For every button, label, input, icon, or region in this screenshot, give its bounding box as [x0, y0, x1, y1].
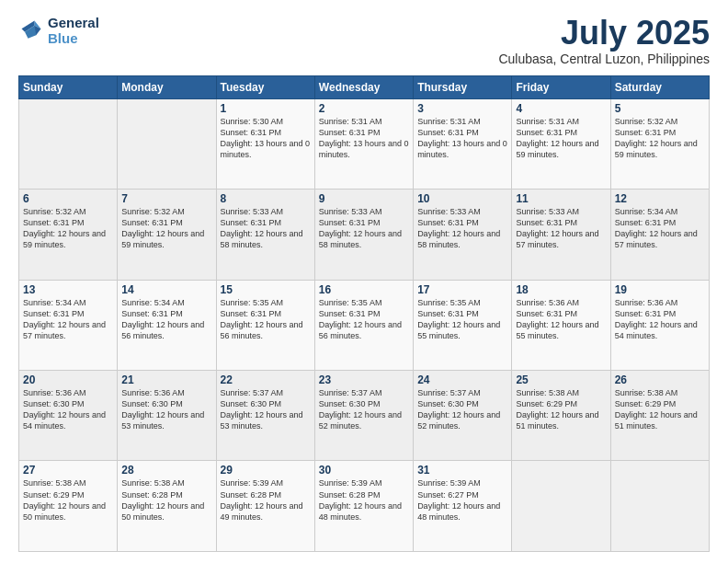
day-number: 30: [319, 464, 409, 477]
day-info: Sunrise: 5:36 AMSunset: 6:30 PMDaylight:…: [23, 387, 113, 432]
day-info: Sunrise: 5:37 AMSunset: 6:30 PMDaylight:…: [221, 387, 311, 432]
weekday-header-monday: Monday: [118, 75, 216, 98]
day-info: Sunrise: 5:33 AMSunset: 6:31 PMDaylight:…: [417, 206, 507, 251]
weekday-header-friday: Friday: [512, 75, 610, 98]
day-number: 17: [417, 283, 507, 296]
calendar-cell: 31Sunrise: 5:39 AMSunset: 6:27 PMDayligh…: [414, 461, 512, 552]
day-number: 19: [615, 283, 705, 296]
calendar-cell: 7Sunrise: 5:32 AMSunset: 6:31 PMDaylight…: [118, 190, 216, 280]
day-number: 9: [319, 192, 409, 205]
day-number: 7: [121, 192, 211, 205]
day-info: Sunrise: 5:36 AMSunset: 6:30 PMDaylight:…: [121, 387, 211, 432]
day-number: 3: [417, 102, 507, 115]
day-info: Sunrise: 5:39 AMSunset: 6:28 PMDaylight:…: [221, 477, 311, 523]
calendar-cell: 8Sunrise: 5:33 AMSunset: 6:31 PMDaylight…: [216, 190, 314, 280]
day-number: 5: [615, 102, 705, 115]
calendar-cell: [19, 98, 118, 189]
calendar-cell: 12Sunrise: 5:34 AMSunset: 6:31 PMDayligh…: [610, 190, 709, 280]
week-row-4: 20Sunrise: 5:36 AMSunset: 6:30 PMDayligh…: [19, 371, 710, 461]
day-number: 22: [221, 373, 311, 386]
day-number: 13: [23, 283, 113, 296]
day-number: 20: [23, 373, 113, 386]
calendar-cell: 24Sunrise: 5:37 AMSunset: 6:30 PMDayligh…: [414, 371, 512, 461]
day-number: 16: [319, 283, 409, 296]
calendar-cell: [118, 98, 216, 189]
calendar-cell: 10Sunrise: 5:33 AMSunset: 6:31 PMDayligh…: [414, 190, 512, 280]
subtitle: Culubasa, Central Luzon, Philippines: [498, 52, 710, 66]
day-info: Sunrise: 5:36 AMSunset: 6:31 PMDaylight:…: [615, 297, 705, 342]
day-info: Sunrise: 5:39 AMSunset: 6:27 PMDaylight:…: [417, 477, 507, 523]
calendar-cell: 5Sunrise: 5:32 AMSunset: 6:31 PMDaylight…: [610, 98, 709, 189]
weekday-header-row: SundayMondayTuesdayWednesdayThursdayFrid…: [19, 75, 710, 98]
logo-text: General Blue: [48, 15, 99, 47]
day-number: 4: [516, 102, 606, 115]
calendar-cell: 3Sunrise: 5:31 AMSunset: 6:31 PMDaylight…: [414, 98, 512, 189]
week-row-5: 27Sunrise: 5:38 AMSunset: 6:29 PMDayligh…: [19, 461, 710, 552]
week-row-1: 1Sunrise: 5:30 AMSunset: 6:31 PMDaylight…: [19, 98, 710, 189]
main-title: July 2025: [498, 15, 710, 52]
weekday-header-tuesday: Tuesday: [216, 75, 314, 98]
calendar-cell: 26Sunrise: 5:38 AMSunset: 6:29 PMDayligh…: [610, 371, 709, 461]
day-number: 11: [516, 192, 606, 205]
day-number: 29: [221, 464, 311, 477]
weekday-header-sunday: Sunday: [19, 75, 118, 98]
day-info: Sunrise: 5:31 AMSunset: 6:31 PMDaylight:…: [516, 116, 606, 161]
day-number: 1: [221, 102, 311, 115]
day-info: Sunrise: 5:35 AMSunset: 6:31 PMDaylight:…: [319, 297, 409, 342]
day-number: 31: [417, 464, 507, 477]
day-number: 26: [615, 373, 705, 386]
day-info: Sunrise: 5:38 AMSunset: 6:28 PMDaylight:…: [121, 477, 211, 523]
day-number: 18: [516, 283, 606, 296]
calendar-cell: 14Sunrise: 5:34 AMSunset: 6:31 PMDayligh…: [118, 280, 216, 370]
calendar-cell: 17Sunrise: 5:35 AMSunset: 6:31 PMDayligh…: [414, 280, 512, 370]
weekday-header-thursday: Thursday: [414, 75, 512, 98]
calendar-cell: 29Sunrise: 5:39 AMSunset: 6:28 PMDayligh…: [216, 461, 314, 552]
day-number: 27: [23, 464, 113, 477]
day-number: 10: [417, 192, 507, 205]
weekday-header-saturday: Saturday: [610, 75, 709, 98]
day-info: Sunrise: 5:32 AMSunset: 6:31 PMDaylight:…: [615, 116, 705, 161]
day-info: Sunrise: 5:37 AMSunset: 6:30 PMDaylight:…: [417, 387, 507, 432]
day-info: Sunrise: 5:39 AMSunset: 6:28 PMDaylight:…: [319, 477, 409, 523]
day-number: 8: [221, 192, 311, 205]
day-info: Sunrise: 5:34 AMSunset: 6:31 PMDaylight:…: [121, 297, 211, 342]
calendar-cell: 1Sunrise: 5:30 AMSunset: 6:31 PMDaylight…: [216, 98, 314, 189]
day-info: Sunrise: 5:32 AMSunset: 6:31 PMDaylight:…: [121, 206, 211, 251]
day-info: Sunrise: 5:37 AMSunset: 6:30 PMDaylight:…: [319, 387, 409, 432]
day-info: Sunrise: 5:38 AMSunset: 6:29 PMDaylight:…: [23, 477, 113, 523]
day-info: Sunrise: 5:35 AMSunset: 6:31 PMDaylight:…: [221, 297, 311, 342]
calendar-cell: 4Sunrise: 5:31 AMSunset: 6:31 PMDaylight…: [512, 98, 610, 189]
day-info: Sunrise: 5:33 AMSunset: 6:31 PMDaylight:…: [221, 206, 311, 251]
weekday-header-wednesday: Wednesday: [314, 75, 413, 98]
calendar-cell: 13Sunrise: 5:34 AMSunset: 6:31 PMDayligh…: [19, 280, 118, 370]
day-info: Sunrise: 5:32 AMSunset: 6:31 PMDaylight:…: [23, 206, 113, 251]
day-number: 12: [615, 192, 705, 205]
week-row-3: 13Sunrise: 5:34 AMSunset: 6:31 PMDayligh…: [19, 280, 710, 370]
day-info: Sunrise: 5:31 AMSunset: 6:31 PMDaylight:…: [319, 116, 409, 161]
calendar-cell: 2Sunrise: 5:31 AMSunset: 6:31 PMDaylight…: [314, 98, 413, 189]
calendar-cell: 11Sunrise: 5:33 AMSunset: 6:31 PMDayligh…: [512, 190, 610, 280]
calendar-cell: 28Sunrise: 5:38 AMSunset: 6:28 PMDayligh…: [118, 461, 216, 552]
day-number: 28: [121, 464, 211, 477]
calendar-cell: 9Sunrise: 5:33 AMSunset: 6:31 PMDaylight…: [314, 190, 413, 280]
calendar-cell: 30Sunrise: 5:39 AMSunset: 6:28 PMDayligh…: [314, 461, 413, 552]
day-info: Sunrise: 5:38 AMSunset: 6:29 PMDaylight:…: [615, 387, 705, 432]
day-number: 14: [121, 283, 211, 296]
title-block: July 2025 Culubasa, Central Luzon, Phili…: [498, 15, 710, 66]
calendar-cell: 18Sunrise: 5:36 AMSunset: 6:31 PMDayligh…: [512, 280, 610, 370]
calendar-cell: 20Sunrise: 5:36 AMSunset: 6:30 PMDayligh…: [19, 371, 118, 461]
day-info: Sunrise: 5:34 AMSunset: 6:31 PMDaylight:…: [23, 297, 113, 342]
calendar-cell: 6Sunrise: 5:32 AMSunset: 6:31 PMDaylight…: [19, 190, 118, 280]
calendar-cell: 23Sunrise: 5:37 AMSunset: 6:30 PMDayligh…: [314, 371, 413, 461]
day-number: 15: [221, 283, 311, 296]
day-info: Sunrise: 5:38 AMSunset: 6:29 PMDaylight:…: [516, 387, 606, 432]
week-row-2: 6Sunrise: 5:32 AMSunset: 6:31 PMDaylight…: [19, 190, 710, 280]
page: General Blue July 2025 Culubasa, Central…: [0, 0, 728, 563]
calendar-cell: 25Sunrise: 5:38 AMSunset: 6:29 PMDayligh…: [512, 371, 610, 461]
day-info: Sunrise: 5:33 AMSunset: 6:31 PMDaylight:…: [516, 206, 606, 251]
day-info: Sunrise: 5:34 AMSunset: 6:31 PMDaylight:…: [615, 206, 705, 251]
calendar-cell: 21Sunrise: 5:36 AMSunset: 6:30 PMDayligh…: [118, 371, 216, 461]
calendar-cell: 19Sunrise: 5:36 AMSunset: 6:31 PMDayligh…: [610, 280, 709, 370]
day-number: 2: [319, 102, 409, 115]
day-info: Sunrise: 5:33 AMSunset: 6:31 PMDaylight:…: [319, 206, 409, 251]
